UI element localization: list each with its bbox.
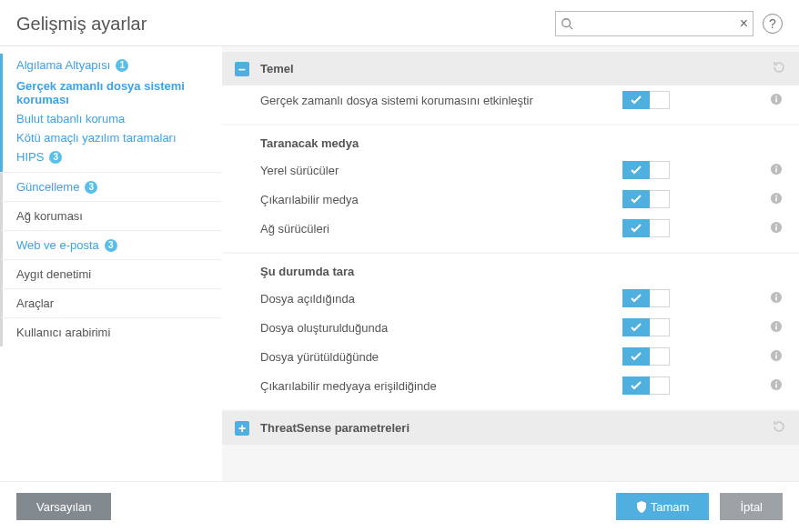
setting-row: Ağ sürücüleri [222, 214, 799, 243]
toggle-removable-media[interactable] [622, 190, 670, 208]
section-header-basic: – Temel [222, 52, 799, 85]
info-icon[interactable] [770, 221, 783, 236]
sidebar: Algılama Altyapısı 1 Gerçek zamanlı dosy… [0, 46, 222, 481]
sidebar-item-realtime-protection[interactable]: Gerçek zamanlı dosya sistemi koruması [16, 76, 222, 109]
sidebar-item-tools[interactable]: Araçlar [0, 288, 222, 317]
toggle-on-create[interactable] [622, 318, 670, 336]
sidebar-item-label: Ağ koruması [16, 209, 83, 223]
svg-rect-15 [775, 296, 777, 300]
setting-row: Dosya açıldığında [222, 284, 799, 313]
ok-label: Tamam [651, 500, 690, 514]
sidebar-item-hips[interactable]: HIPS 3 [16, 147, 222, 166]
row-label: Dosya yürütüldüğünde [260, 350, 622, 364]
section-title: Temel [260, 62, 772, 75]
badge: 1 [116, 59, 128, 72]
svg-rect-21 [775, 355, 777, 358]
default-button[interactable]: Varsayılan [16, 493, 111, 520]
expand-icon[interactable]: + [235, 421, 249, 436]
row-label: Dosya oluşturulduğunda [260, 321, 622, 335]
revert-icon[interactable] [772, 60, 786, 77]
footer: Varsayılan Tamam İptal [0, 481, 799, 531]
row-label: Gerçek zamanlı dosya sistemi korumasını … [260, 94, 622, 107]
badge: 3 [105, 239, 117, 252]
svg-rect-16 [775, 294, 777, 296]
sidebar-item-label: Kullanıcı arabirimi [16, 326, 110, 339]
info-icon[interactable] [770, 378, 783, 394]
sidebar-item-label: Araçlar [16, 296, 54, 310]
sidebar-item-label: Güncelleme [16, 180, 79, 194]
info-icon[interactable] [770, 291, 783, 306]
badge: 3 [85, 181, 97, 194]
search-clear-icon[interactable]: × [740, 15, 748, 32]
svg-rect-25 [775, 381, 777, 383]
sidebar-item-label: HIPS [16, 150, 44, 164]
sidebar-item-label: Gerçek zamanlı dosya sistemi koruması [16, 79, 213, 106]
svg-rect-12 [775, 226, 777, 230]
row-label: Çıkarılabilir medya [260, 193, 622, 206]
cancel-button[interactable]: İptal [720, 493, 783, 520]
svg-rect-10 [775, 195, 777, 196]
ok-button[interactable]: Tamam [616, 493, 710, 520]
sidebar-item-label: Kötü amaçlı yazılım taramaları [16, 131, 177, 145]
group-title: Şu durumda tara [222, 254, 799, 284]
sidebar-item-detection-engine[interactable]: Algılama Altyapısı 1 [3, 54, 222, 76]
svg-rect-3 [775, 98, 777, 102]
badge: 3 [49, 151, 62, 164]
sidebar-item-label: Web ve e-posta [16, 238, 99, 252]
page-title: Gelişmiş ayarlar [16, 14, 555, 35]
toggle-enable-realtime[interactable] [622, 91, 670, 109]
sidebar-item-label: Algılama Altyapısı [16, 58, 110, 72]
row-label: Dosya açıldığında [260, 292, 622, 306]
sidebar-item-label: Bulut tabanlı koruma [16, 112, 125, 125]
setting-row: Dosya yürütüldüğünde [222, 342, 799, 371]
sidebar-item-network-protection[interactable]: Ağ koruması [0, 201, 222, 230]
toggle-on-open[interactable] [622, 289, 670, 307]
revert-icon[interactable] [772, 419, 786, 437]
sidebar-item-web-email[interactable]: Web ve e-posta 3 [0, 230, 222, 259]
collapse-icon[interactable]: – [235, 62, 249, 76]
search-input[interactable] [555, 11, 753, 36]
info-icon[interactable] [770, 320, 783, 336]
section-title: ThreatSense parametreleri [260, 421, 772, 435]
info-icon[interactable] [770, 192, 783, 207]
setting-row: Gerçek zamanlı dosya sistemi korumasını … [222, 85, 799, 115]
toggle-network-drives[interactable] [622, 219, 670, 237]
sidebar-item-ui[interactable]: Kullanıcı arabirimi [0, 317, 222, 346]
sidebar-item-update[interactable]: Güncelleme 3 [0, 172, 222, 201]
shield-icon [636, 501, 647, 513]
sidebar-item-malware-scans[interactable]: Kötü amaçlı yazılım taramaları [16, 128, 222, 147]
info-icon[interactable] [770, 93, 783, 108]
sidebar-item-label: Aygıt denetimi [16, 267, 91, 281]
sidebar-item-cloud-protection[interactable]: Bulut tabanlı koruma [16, 109, 222, 128]
svg-rect-13 [775, 224, 777, 226]
info-icon[interactable] [770, 349, 783, 365]
toggle-on-execute[interactable] [622, 347, 670, 366]
search-container: × [555, 11, 753, 36]
svg-rect-6 [775, 168, 777, 172]
setting-row: Çıkarılabilir medya [222, 185, 799, 214]
svg-rect-18 [775, 326, 777, 329]
svg-rect-4 [775, 95, 777, 97]
info-icon[interactable] [770, 163, 783, 178]
svg-rect-9 [775, 197, 777, 201]
toggle-local-drives[interactable] [622, 161, 670, 179]
row-label: Çıkarılabilir medyaya erişildiğinde [260, 379, 622, 393]
section-header-threatsense: + ThreatSense parametreleri [222, 411, 799, 445]
content-pane: – Temel Gerçek zamanlı dosya sistemi kor… [222, 46, 799, 481]
svg-rect-19 [775, 323, 777, 325]
setting-row: Dosya oluşturulduğunda [222, 313, 799, 342]
help-button[interactable]: ? [763, 14, 783, 34]
svg-rect-7 [775, 166, 777, 167]
header: Gelişmiş ayarlar × ? [0, 0, 799, 46]
row-label: Yerel sürücüler [260, 164, 622, 177]
sidebar-item-device-control[interactable]: Aygıt denetimi [0, 259, 222, 288]
setting-row: Çıkarılabilir medyaya erişildiğinde [222, 371, 799, 400]
row-label: Ağ sürücüleri [260, 222, 622, 236]
svg-rect-22 [775, 352, 777, 354]
toggle-removable-access[interactable] [622, 376, 670, 395]
setting-row: Yerel sürücüler [222, 156, 799, 185]
group-title: Taranacak medya [222, 125, 799, 156]
svg-rect-24 [775, 384, 777, 387]
